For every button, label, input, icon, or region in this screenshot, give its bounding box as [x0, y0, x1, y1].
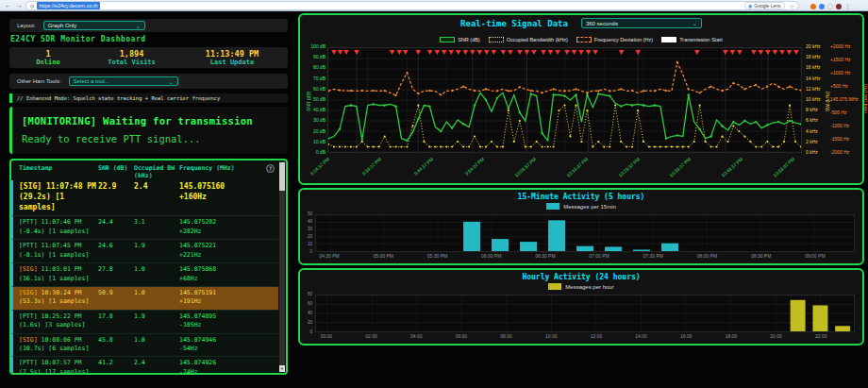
x-tick: 07:00 PM — [582, 254, 616, 259]
table-row[interactable]: [PTT] 11:07:45 PM (-0.1s) [1 samples]24.… — [11, 240, 278, 263]
table-row[interactable]: [SIG] 10:30:24 PM (53.3s) [1 samples]50.… — [11, 287, 278, 311]
y-right-fd-tick: +500 Hz — [830, 84, 864, 89]
y-tick: 40 — [303, 220, 312, 225]
lens-icon: ◉ — [748, 3, 752, 8]
y-right-bw-tick: 20 kHz — [806, 44, 828, 49]
legend-label: Occupied Bandwidth (kHz) — [507, 37, 568, 42]
scrollbar-thumb[interactable] — [279, 162, 285, 191]
activity15-chart-plot — [315, 214, 855, 252]
x-tick: 08:00 — [490, 334, 524, 339]
row-tag: [PTT] — [19, 359, 38, 366]
signal-table-panel: TimestampSNR (dB)Occupied BW (kHz)Freque… — [9, 159, 288, 375]
browser-bar: ← → ⟳ ◎ https://e24cy.decem.co.th ◉ Goog… — [0, 0, 868, 11]
x-tick: 10:23:37 PM — [612, 157, 641, 183]
x-tick: 10:33:27 PM — [664, 157, 693, 183]
y-tick: 40 — [303, 312, 312, 316]
table-row[interactable]: [SIG] 10:08:06 PM (10.7s) [6 samples]45.… — [11, 334, 278, 358]
browser-menu-icon[interactable]: ⋮ — [844, 3, 851, 10]
google-lens-button[interactable]: ◉ Google Lens — [744, 2, 785, 9]
url-text[interactable]: https://e24cy.decem.co.th — [37, 2, 99, 9]
row-timestamp: [PTT] 10:07:57 PM (7.5s) [17 samples] — [19, 359, 98, 373]
extension-icon-orange[interactable] — [810, 4, 816, 9]
tools-select-value: Select a tool... — [74, 78, 109, 84]
y-right-bw-tick: 16 kHz — [806, 65, 828, 70]
tools-select[interactable]: Select a tool... ⌄ — [69, 76, 178, 86]
chevron-down-icon: ⌄ — [136, 23, 141, 29]
y-tick: 80 — [303, 293, 312, 297]
y-right-fd-tick: -1500 Hz — [830, 137, 864, 142]
address-bar[interactable]: ◎ https://e24cy.decem.co.th ◉ Google Len… — [25, 1, 799, 10]
hourly-chart-legend: Messages per hour — [300, 283, 862, 290]
table-row[interactable]: [PTT] 10:07:57 PM (7.5s) [17 samples]41.… — [11, 357, 278, 373]
hourly-chart-plot — [315, 295, 855, 332]
forward-icon[interactable]: → — [16, 0, 23, 11]
x-tick: 06:00 — [444, 334, 478, 339]
scrollbar[interactable]: ▼ — [279, 161, 285, 372]
row-timestamp: [SIG] 10:30:24 PM (53.3s) [1 samples] — [19, 289, 98, 307]
time-range-select[interactable]: 360 seconds ⌄ — [581, 18, 702, 28]
y-right-fd-tick: +1500 Hz — [830, 58, 864, 62]
profile-avatar[interactable] — [836, 4, 842, 9]
x-tick: 02:00 — [355, 334, 389, 339]
extension-icon-blue[interactable] — [819, 4, 825, 9]
realtime-chart-panel: Real-time Signal Data 360 seconds ⌄ SNR … — [298, 13, 864, 185]
tune-icon[interactable]: ◎ — [30, 3, 34, 8]
bookmark-star-icon[interactable]: ☆ — [790, 3, 794, 9]
table-row[interactable]: [PTT] 10:25:22 PM (1.6s) [3 samples]17.8… — [11, 311, 278, 334]
x-tick: 08:00 PM — [690, 254, 724, 259]
layout-label: Layout: — [17, 23, 36, 28]
help-icon[interactable]: ? — [266, 164, 275, 173]
y-right-bw-tick: 18 kHz — [806, 55, 828, 59]
row-snr: 45.8 — [98, 336, 134, 354]
x-tick: 08:30 PM — [744, 254, 778, 259]
x-tick: 05:00 PM — [366, 254, 400, 259]
y-right-fd-tick: +2000 Hz — [830, 44, 864, 49]
activity15-chart-legend: Messages per 15min — [300, 203, 862, 210]
y-left-tick: 30 dB — [301, 118, 326, 123]
row-bw: 1.0 — [134, 265, 179, 283]
row-frequency: 145.074926 -74Hz — [179, 359, 276, 373]
stat-label: Online — [36, 59, 59, 66]
time-range-value: 360 seconds — [586, 21, 618, 26]
table-row[interactable]: [SIG] 11:07:48 PM (29.2s) [1 samples]22.… — [11, 180, 278, 216]
y-tick: 10 — [303, 243, 312, 247]
x-tick: 10:03:57 PM — [509, 157, 537, 183]
legend-chip-fd — [576, 37, 592, 42]
y-left-tick: 80 dB — [301, 65, 326, 70]
back-icon[interactable]: ← — [5, 0, 11, 11]
scrollbar-down-icon[interactable]: ▼ — [279, 365, 285, 372]
activity15-chart-title: 15-Minute Activity (5 hours) — [300, 193, 862, 201]
y-tick: 20 — [303, 235, 312, 240]
row-snr: 27.8 — [98, 265, 134, 283]
y-right-fd-tick: 145.075 MHz — [830, 97, 864, 102]
stat-value: 1,894 — [120, 49, 144, 59]
y-left-tick: 70 dB — [301, 76, 326, 81]
y-right-bw-tick: 14 kHz — [806, 76, 828, 81]
x-tick: 10:13:47 PM — [560, 157, 589, 183]
table-header-cell: Timestamp — [19, 164, 98, 180]
y-right-fd-tick: -500 Hz — [830, 110, 864, 115]
legend-chip-ts — [661, 37, 676, 42]
y-left-tick: 60 dB — [301, 87, 326, 92]
y-left-tick: 90 dB — [301, 55, 326, 59]
stats-panel: 1Online1,894Total Visits11:13:49 PMLast … — [9, 47, 288, 68]
table-header-cell: SNR (dB) — [98, 164, 134, 180]
legend-item: Occupied Bandwidth (kHz) — [489, 37, 568, 42]
layout-select[interactable]: Graph Only ⌄ — [43, 21, 145, 30]
row-tag: [SIG] — [19, 336, 38, 344]
tools-label: Other Ham Tools: — [17, 78, 61, 84]
layout-panel: Layout: Graph Only ⌄ — [9, 19, 288, 32]
x-tick: 10:43:17 PM — [715, 157, 743, 183]
table-row[interactable]: [SIG] 11:03:01 PM (16.1s) [1 samples]27.… — [11, 263, 278, 287]
layout-select-value: Graph Only — [48, 23, 77, 28]
table-row[interactable]: [PTT] 11:07:46 PM (-0.4s) [1 samples]24.… — [11, 216, 278, 240]
x-tick: 9:54:07 PM — [458, 157, 486, 183]
row-snr: 50.9 — [98, 289, 134, 307]
legend-chip-snr — [440, 37, 455, 42]
extension-icon-light[interactable] — [827, 4, 833, 9]
row-timestamp: [PTT] 11:07:46 PM (-0.4s) [1 samples] — [19, 218, 98, 236]
stat-label: Last Update — [210, 59, 254, 66]
y-left-tick: 100 dB — [301, 44, 326, 49]
monitoring-substatus: Ready to receive PTT signal... — [22, 133, 278, 144]
row-frequency: 145.075068 +68Hz — [179, 265, 276, 283]
